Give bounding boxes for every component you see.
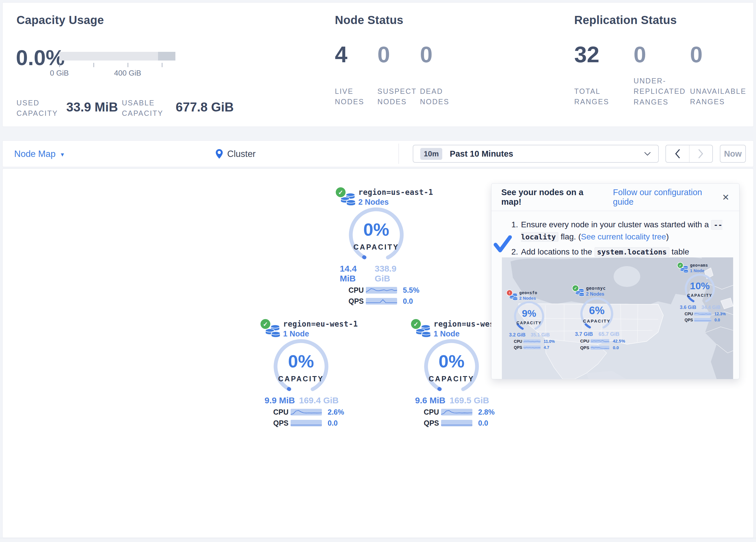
usable-capacity-value: 677.8 GiB (176, 100, 234, 114)
axis-tick (59, 63, 60, 67)
capacity-percent: 6% (572, 304, 621, 317)
cpu-value: 5.5% (403, 286, 419, 295)
capacity-percent: 9% (507, 308, 551, 319)
total-ranges-stat: 32 TOTAL RANGES (574, 43, 599, 66)
cpu-sparkline (694, 312, 711, 316)
qps-sparkline (590, 346, 609, 350)
time-range-select[interactable]: 10m Past 10 Minutes (413, 145, 659, 163)
region-used-capacity: 3.7 GiB (575, 331, 593, 337)
under-replicated-ranges-stat: 0 UNDER-REPLICATED RANGES (634, 43, 646, 66)
time-next-button[interactable] (689, 145, 713, 162)
qps-sparkline (523, 346, 540, 350)
qps-value: 0.0 (613, 345, 619, 350)
region-node-count[interactable]: 1 Node (690, 268, 727, 273)
view-selector-dropdown[interactable]: Node Map ▾ (14, 141, 64, 167)
capacity-percent: 0% (260, 351, 342, 372)
region-node-count[interactable]: 2 Nodes (586, 292, 626, 297)
capacity-gauge: 10% CAPACITY (678, 275, 722, 302)
breadcrumb[interactable]: Cluster (215, 141, 256, 167)
cpu-sparkline (441, 409, 472, 416)
region-header: ✓ region=us-west-1 1 Node (411, 319, 501, 341)
axis-tick (128, 63, 128, 67)
region-node-us-east-1[interactable]: ✓ region=us-east-1 2 Nodes 0% CAPACITY (336, 187, 425, 306)
cpu-value: 42.5% (613, 339, 625, 344)
qps-label: QPS (514, 345, 523, 350)
popup-header: See your nodes on a map! Follow our conf… (491, 183, 739, 211)
qps-value: 0.0 (478, 419, 488, 427)
region-node-eu-west-1[interactable]: ✓ region=eu-west-1 1 Node 0% CAPACITY (260, 319, 350, 427)
time-prev-button[interactable] (666, 145, 689, 162)
example-node-map-image: ! geo=sfo 2 Nodes 9% CAPACITY 3.2 G (502, 257, 733, 379)
qps-label: QPS (580, 345, 590, 350)
chevron-left-icon (674, 149, 681, 159)
map-pin-icon (215, 149, 223, 159)
cpu-sparkline (590, 339, 609, 343)
region-node-count[interactable]: 2 Nodes (358, 198, 425, 207)
status-icon: ! (507, 290, 512, 296)
qps-label: QPS (273, 419, 291, 427)
cpu-metric-row: CPU 5.5% (348, 286, 425, 295)
dead-nodes-stat: 0 DEAD NODES (420, 43, 432, 66)
cpu-value: 11.0% (544, 339, 555, 344)
capacity-gauge-label: CAPACITY (572, 319, 621, 324)
region-header: ✓ geo=nyc 2 Nodes (572, 285, 626, 298)
axis-tick-label: 0 GiB (42, 69, 77, 78)
region-total-capacity: 169.4 GiB (299, 396, 339, 405)
capacity-gauge: 0% CAPACITY (260, 341, 342, 390)
setup-step-1: 1. Ensure every node in your cluster was… (508, 218, 729, 243)
region-total-capacity: 65.7 GiB (599, 331, 619, 337)
capacity-gauge: 6% CAPACITY (572, 299, 621, 328)
close-icon[interactable]: ✕ (722, 192, 729, 202)
qps-value: 0.0 (403, 297, 413, 306)
configuration-guide-link[interactable]: Follow our configuration guide (613, 187, 722, 207)
now-button[interactable]: Now (720, 145, 746, 163)
blue-checkmark-icon (493, 235, 512, 253)
region-used-capacity: 3.6 GiB (680, 305, 696, 310)
status-icon: ✓ (678, 262, 683, 268)
region-node-ams[interactable]: ✓ geo=ams 1 Node 10% CAPACITY 3.6 G (678, 262, 727, 322)
cpu-label: CPU (580, 339, 590, 344)
used-capacity-label: USED CAPACITY (16, 98, 57, 119)
capacity-gauge: 9% CAPACITY (507, 302, 551, 329)
region-used-capacity: 9.9 MiB (265, 396, 295, 405)
breadcrumb-label: Cluster (227, 149, 256, 159)
qps-value: 4.7 (544, 345, 549, 350)
capacity-bar-track (59, 52, 175, 60)
region-locality-label: geo=ams (690, 263, 727, 268)
region-header: ✓ region=us-east-1 2 Nodes (336, 187, 425, 209)
time-nav-group (665, 145, 713, 163)
replication-status-title: Replication Status (574, 14, 677, 27)
qps-metric-row: QPS 0.0 (424, 419, 501, 427)
cpu-sparkline (291, 409, 322, 416)
status-icon: ✓ (336, 187, 346, 197)
example-region-nodes-layer: ! geo=sfo 2 Nodes 9% CAPACITY 3.2 G (502, 257, 733, 379)
cpu-label: CPU (685, 312, 694, 316)
region-header: ✓ geo=ams 1 Node (678, 262, 727, 275)
capacity-gauge: 0% CAPACITY (411, 341, 492, 390)
region-node-sfo[interactable]: ! geo=sfo 2 Nodes 9% CAPACITY 3.2 G (507, 290, 556, 350)
cpu-label: CPU (348, 286, 366, 295)
region-node-count[interactable]: 1 Node (434, 330, 501, 339)
qps-metric-row: QPS 0.0 (580, 345, 626, 350)
suspect-nodes-stat: 0 SUSPECT NODES (377, 43, 390, 66)
locality-tree-link[interactable]: See current locality tree (581, 232, 666, 241)
region-locality-label: region=us-west-1 (434, 320, 501, 328)
region-node-us-west-1[interactable]: ✓ region=us-west-1 1 Node 0% CAPACITY (411, 319, 501, 427)
cpu-metric-row: CPU 2.8% (424, 408, 501, 416)
bottom-strip (0, 538, 756, 542)
region-header: ! geo=sfo 2 Nodes (507, 290, 556, 302)
cpu-value: 2.6% (328, 408, 344, 416)
region-total-capacity: 35.1 GiB (531, 332, 550, 338)
time-range-label: Past 10 Minutes (450, 149, 513, 159)
region-node-count[interactable]: 1 Node (283, 330, 350, 339)
axis-tick (93, 63, 94, 67)
capacity-percent: 0% (336, 219, 417, 240)
region-locality-label: geo=sfo (519, 291, 556, 295)
qps-sparkline (291, 420, 322, 427)
capacity-gauge-label: CAPACITY (260, 375, 342, 383)
region-node-nyc[interactable]: ✓ geo=nyc 2 Nodes 6% CAPACITY 3.7 G (572, 285, 626, 350)
region-node-count[interactable]: 2 Nodes (519, 296, 556, 301)
capacity-gauge: 0% CAPACITY (336, 209, 417, 258)
region-used-capacity: 3.2 GiB (509, 332, 526, 338)
qps-value: 0.0 (715, 318, 720, 322)
